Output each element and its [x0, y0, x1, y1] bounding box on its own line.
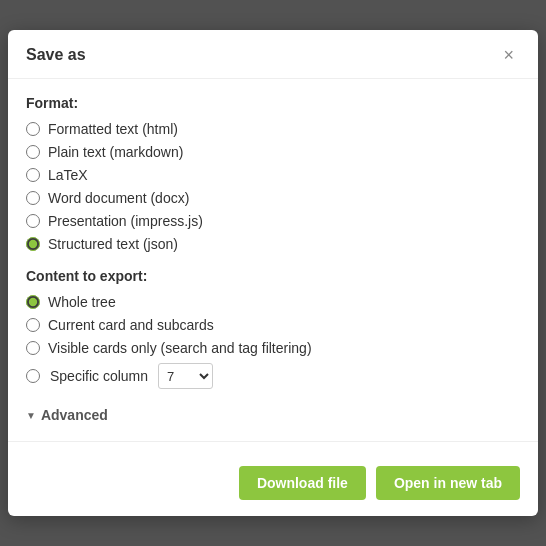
- format-label-markdown: Plain text (markdown): [48, 144, 183, 160]
- advanced-triangle: ▼: [26, 410, 36, 421]
- close-button[interactable]: ×: [497, 44, 520, 66]
- format-label: Format:: [26, 95, 520, 111]
- content-option-whole[interactable]: Whole tree: [26, 294, 520, 310]
- format-option-impress[interactable]: Presentation (impress.js): [26, 213, 520, 229]
- advanced-toggle[interactable]: ▼ Advanced: [26, 405, 108, 425]
- modal-body: Format: Formatted text (html) Plain text…: [8, 79, 538, 441]
- content-label-visible: Visible cards only (search and tag filte…: [48, 340, 312, 356]
- content-label-whole: Whole tree: [48, 294, 116, 310]
- content-radio-current[interactable]: [26, 318, 40, 332]
- content-radio-visible[interactable]: [26, 341, 40, 355]
- format-label-latex: LaTeX: [48, 167, 88, 183]
- format-radio-html[interactable]: [26, 122, 40, 136]
- content-label: Content to export:: [26, 268, 520, 284]
- content-option-current[interactable]: Current card and subcards: [26, 317, 520, 333]
- download-file-button[interactable]: Download file: [239, 466, 366, 500]
- format-label-json: Structured text (json): [48, 236, 178, 252]
- advanced-section: ▼ Advanced: [26, 405, 520, 425]
- specific-column-select[interactable]: 7 1 2 3 4 5 6 8: [158, 363, 213, 389]
- save-as-modal: Save as × Format: Formatted text (html) …: [8, 30, 538, 516]
- format-label-html: Formatted text (html): [48, 121, 178, 137]
- modal-overlay: Save as × Format: Formatted text (html) …: [0, 0, 546, 546]
- format-label-docx: Word document (docx): [48, 190, 189, 206]
- content-option-visible[interactable]: Visible cards only (search and tag filte…: [26, 340, 520, 356]
- format-option-latex[interactable]: LaTeX: [26, 167, 520, 183]
- content-radio-whole[interactable]: [26, 295, 40, 309]
- format-radio-impress[interactable]: [26, 214, 40, 228]
- modal-header: Save as ×: [8, 30, 538, 79]
- content-label-specific: Specific column: [50, 368, 148, 384]
- format-radio-latex[interactable]: [26, 168, 40, 182]
- format-label-impress: Presentation (impress.js): [48, 213, 203, 229]
- footer-divider: [8, 441, 538, 442]
- content-label-current: Current card and subcards: [48, 317, 214, 333]
- format-option-markdown[interactable]: Plain text (markdown): [26, 144, 520, 160]
- open-new-tab-button[interactable]: Open in new tab: [376, 466, 520, 500]
- content-radio-group: Whole tree Current card and subcards Vis…: [26, 294, 520, 389]
- format-radio-markdown[interactable]: [26, 145, 40, 159]
- format-radio-docx[interactable]: [26, 191, 40, 205]
- format-option-json[interactable]: Structured text (json): [26, 236, 520, 252]
- format-radio-group: Formatted text (html) Plain text (markdo…: [26, 121, 520, 252]
- modal-title: Save as: [26, 46, 86, 64]
- modal-footer: Download file Open in new tab: [8, 454, 538, 516]
- content-radio-specific[interactable]: [26, 369, 40, 383]
- advanced-label: Advanced: [41, 407, 108, 423]
- format-option-html[interactable]: Formatted text (html): [26, 121, 520, 137]
- format-option-docx[interactable]: Word document (docx): [26, 190, 520, 206]
- format-radio-json[interactable]: [26, 237, 40, 251]
- content-option-specific[interactable]: Specific column 7 1 2 3 4 5 6 8: [26, 363, 520, 389]
